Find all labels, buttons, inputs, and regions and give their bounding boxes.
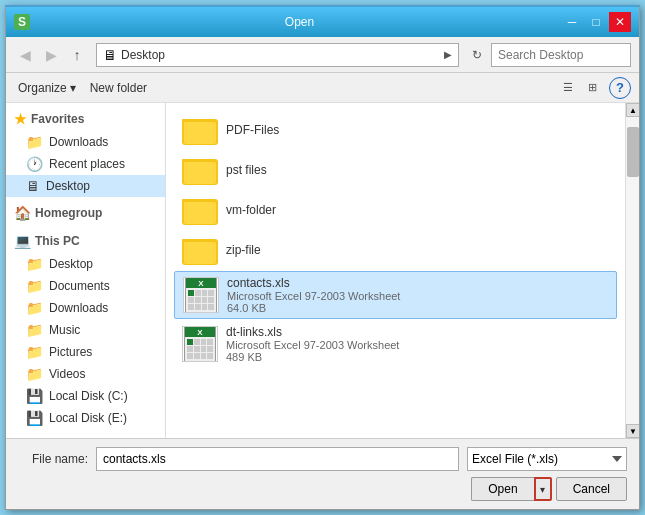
folder-icon-large	[182, 115, 218, 145]
open-dropdown-button[interactable]: ▾	[534, 477, 552, 501]
file-item-dt-links[interactable]: X dt-links.xls Microsoft Excel 97-2003 W…	[174, 321, 617, 367]
refresh-button[interactable]: ↻	[467, 45, 487, 65]
sidebar-item-recent-places[interactable]: 🕐 Recent places	[6, 153, 165, 175]
file-item-contacts[interactable]: X contacts.xls Microsoft Excel 97-2003 W…	[174, 271, 617, 319]
maximize-button[interactable]: □	[585, 12, 607, 32]
pc-icon: 💻	[14, 233, 31, 249]
folder-icon: 📁	[26, 256, 43, 272]
help-button[interactable]: ?	[609, 77, 631, 99]
sidebar: ★ Favorites 📁 Downloads 🕐 Recent places …	[6, 103, 166, 438]
view-icons: ☰ ⊞	[557, 77, 603, 99]
minimize-button[interactable]: ─	[561, 12, 583, 32]
filename-row: File name: Excel File (*.xls)	[18, 447, 627, 471]
star-icon: ★	[14, 111, 27, 127]
dialog-title: Open	[38, 15, 561, 29]
sidebar-item-pictures[interactable]: 📁 Pictures	[6, 341, 165, 363]
folder-icon: 📁	[26, 300, 43, 316]
address-dropdown-arrow[interactable]: ▶	[444, 49, 452, 60]
file-item-pst-files[interactable]: pst files	[174, 151, 617, 189]
sidebar-group-thispc: 💻 This PC 📁 Desktop 📁 Documents 📁 Downlo…	[6, 229, 165, 429]
excel-file-icon: X	[183, 277, 219, 313]
list-view-button[interactable]: ☰	[557, 77, 579, 99]
scroll-up-button[interactable]: ▲	[626, 103, 639, 117]
folder-icon-large	[182, 195, 218, 225]
sidebar-item-downloads[interactable]: 📁 Downloads	[6, 131, 165, 153]
file-toolbar: Organize ▾ New folder ☰ ⊞ ?	[6, 73, 639, 103]
bottom-area: File name: Excel File (*.xls) Open ▾ Can…	[6, 438, 639, 509]
search-input[interactable]	[498, 48, 645, 62]
disk-icon: 💾	[26, 388, 43, 404]
sidebar-header-homegroup[interactable]: 🏠 Homegroup	[6, 201, 165, 225]
search-box: 🔍	[491, 43, 631, 67]
open-button-group: Open ▾	[471, 477, 551, 501]
sidebar-header-favorites[interactable]: ★ Favorites	[6, 107, 165, 131]
close-button[interactable]: ✕	[609, 12, 631, 32]
back-button[interactable]: ◀	[14, 44, 36, 66]
folder-icon: 📁	[26, 134, 43, 150]
open-button[interactable]: Open	[471, 477, 533, 501]
new-folder-button[interactable]: New folder	[86, 77, 151, 99]
sidebar-group-favorites: ★ Favorites 📁 Downloads 🕐 Recent places …	[6, 107, 165, 197]
sidebar-item-local-disk-c[interactable]: 💾 Local Disk (C:)	[6, 385, 165, 407]
filename-input[interactable]	[96, 447, 459, 471]
file-item-zip-file[interactable]: zip-file	[174, 231, 617, 269]
file-area: PDF-Files pst files	[166, 103, 639, 438]
sidebar-item-videos[interactable]: 📁 Videos	[6, 363, 165, 385]
vertical-scrollbar[interactable]: ▲ ▼	[625, 103, 639, 438]
folder-icon: 📁	[26, 322, 43, 338]
address-text: Desktop	[121, 48, 440, 62]
filename-label: File name:	[18, 452, 88, 466]
recent-icon: 🕐	[26, 156, 43, 172]
main-area: ★ Favorites 📁 Downloads 🕐 Recent places …	[6, 103, 639, 438]
open-dialog: S Open ─ □ ✕ ◀ ▶ ↑ 🖥 Desktop ▶ ↻ 🔍 Organ…	[5, 5, 640, 510]
sidebar-item-local-disk-e[interactable]: 💾 Local Disk (E:)	[6, 407, 165, 429]
filetype-select[interactable]: Excel File (*.xls)	[467, 447, 627, 471]
sidebar-header-thispc[interactable]: 💻 This PC	[6, 229, 165, 253]
sidebar-item-desktop[interactable]: 🖥 Desktop	[6, 175, 165, 197]
folder-icon-large	[182, 235, 218, 265]
scroll-track[interactable]	[626, 117, 639, 424]
desktop-icon: 🖥	[26, 178, 40, 194]
file-list: PDF-Files pst files	[166, 103, 625, 438]
address-bar[interactable]: 🖥 Desktop ▶	[96, 43, 459, 67]
folder-icon: 📁	[26, 278, 43, 294]
scroll-down-button[interactable]: ▼	[626, 424, 639, 438]
sidebar-item-documents[interactable]: 📁 Documents	[6, 275, 165, 297]
folder-icon-large	[182, 155, 218, 185]
nav-toolbar: ◀ ▶ ↑ 🖥 Desktop ▶ ↻ 🔍	[6, 37, 639, 73]
sidebar-item-thispc-downloads[interactable]: 📁 Downloads	[6, 297, 165, 319]
excel-file-icon: X	[182, 326, 218, 362]
details-view-button[interactable]: ⊞	[581, 77, 603, 99]
sidebar-group-homegroup: 🏠 Homegroup	[6, 201, 165, 225]
disk-icon: 💾	[26, 410, 43, 426]
window-controls: ─ □ ✕	[561, 12, 631, 32]
cancel-button[interactable]: Cancel	[556, 477, 627, 501]
organize-button[interactable]: Organize ▾	[14, 77, 80, 99]
file-item-vm-folder[interactable]: vm-folder	[174, 191, 617, 229]
up-button[interactable]: ↑	[66, 44, 88, 66]
title-bar: S Open ─ □ ✕	[6, 7, 639, 37]
homegroup-icon: 🏠	[14, 205, 31, 221]
scroll-thumb[interactable]	[627, 127, 639, 177]
sidebar-item-thispc-desktop[interactable]: 📁 Desktop	[6, 253, 165, 275]
buttons-row: Open ▾ Cancel	[18, 477, 627, 501]
forward-button[interactable]: ▶	[40, 44, 62, 66]
folder-icon: 📁	[26, 344, 43, 360]
folder-icon: 📁	[26, 366, 43, 382]
app-icon: S	[14, 14, 30, 30]
file-item-pdf-files[interactable]: PDF-Files	[174, 111, 617, 149]
sidebar-item-music[interactable]: 📁 Music	[6, 319, 165, 341]
